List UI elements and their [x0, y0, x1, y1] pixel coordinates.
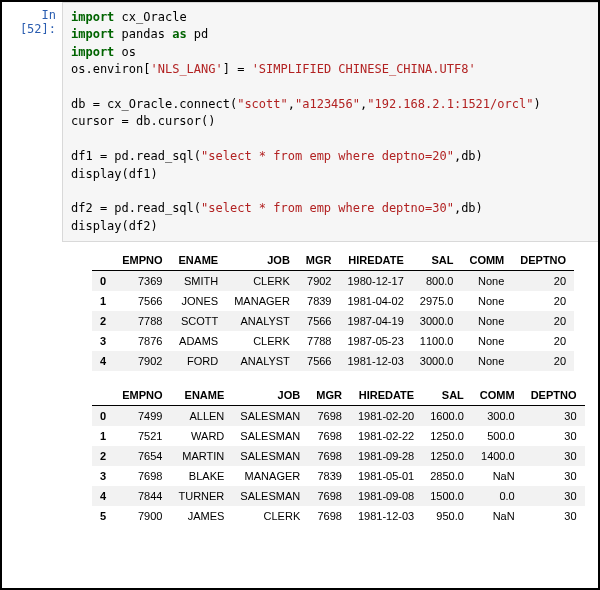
table-cell: 0.0: [472, 486, 523, 506]
cell-prompt: In [52]:: [2, 2, 62, 36]
table-cell: 3000.0: [412, 351, 462, 371]
code-token: df2 = pd.read_sql(: [71, 201, 201, 215]
table-cell: ALLEN: [170, 406, 232, 427]
row-index: 2: [92, 446, 114, 466]
table-cell: 1600.0: [422, 406, 472, 427]
table-cell: FORD: [170, 351, 226, 371]
code-token: cursor = db.cursor(): [71, 114, 216, 128]
table-cell: 1500.0: [422, 486, 472, 506]
table-cell: 7654: [114, 446, 170, 466]
code-token: display(df2): [71, 219, 158, 233]
table-cell: 1250.0: [422, 446, 472, 466]
table-cell: 2975.0: [412, 291, 462, 311]
table-cell: 30: [523, 466, 585, 486]
table-cell: 1400.0: [472, 446, 523, 466]
dataframe-table: EMPNOENAMEJOBMGRHIREDATESALCOMMDEPTNO073…: [92, 250, 574, 371]
table-cell: ANALYST: [226, 311, 298, 331]
column-header: HIREDATE: [350, 385, 422, 406]
table-cell: 7698: [114, 466, 170, 486]
dataframe-table: EMPNOENAMEJOBMGRHIREDATESALCOMMDEPTNO074…: [92, 385, 585, 526]
code-token: as: [172, 27, 186, 41]
table-cell: None: [461, 351, 512, 371]
table-cell: 7839: [298, 291, 340, 311]
table-cell: 800.0: [412, 271, 462, 292]
code-token: ] =: [223, 62, 252, 76]
code-token: 'SIMPLIFIED CHINESE_CHINA.UTF8': [252, 62, 476, 76]
table-cell: 1981-05-01: [350, 466, 422, 486]
table-cell: 300.0: [472, 406, 523, 427]
table-cell: ADAMS: [170, 331, 226, 351]
table-cell: SALESMAN: [232, 426, 308, 446]
table-cell: 1981-09-08: [350, 486, 422, 506]
code-input[interactable]: import cx_Oracle import pandas as pd imp…: [62, 2, 598, 242]
table-row: 07369SMITHCLERK79021980-12-17800.0None20: [92, 271, 574, 292]
code-token: os: [114, 45, 136, 59]
column-header: JOB: [232, 385, 308, 406]
table-cell: 1250.0: [422, 426, 472, 446]
table-cell: 2850.0: [422, 466, 472, 486]
table-cell: 7698: [308, 426, 350, 446]
table-cell: 7369: [114, 271, 170, 292]
table-cell: 1987-04-19: [340, 311, 412, 331]
table-row: 37698BLAKEMANAGER78391981-05-012850.0NaN…: [92, 466, 585, 486]
cell-output: EMPNOENAMEJOBMGRHIREDATESALCOMMDEPTNO073…: [62, 242, 598, 544]
column-header: ENAME: [170, 250, 226, 271]
table-cell: JAMES: [170, 506, 232, 526]
table-cell: 20: [512, 331, 574, 351]
table-cell: 7521: [114, 426, 170, 446]
column-header: COMM: [472, 385, 523, 406]
table-cell: None: [461, 291, 512, 311]
table-row: 17566JONESMANAGER78391981-04-022975.0Non…: [92, 291, 574, 311]
column-header: EMPNO: [114, 250, 170, 271]
table-cell: 3000.0: [412, 311, 462, 331]
table-cell: 1981-04-02: [340, 291, 412, 311]
table-cell: 7698: [308, 506, 350, 526]
table-cell: TURNER: [170, 486, 232, 506]
table-cell: 1981-12-03: [340, 351, 412, 371]
column-header: SAL: [412, 250, 462, 271]
table-cell: 20: [512, 291, 574, 311]
table-cell: CLERK: [226, 331, 298, 351]
table-cell: 7876: [114, 331, 170, 351]
table-cell: 20: [512, 271, 574, 292]
column-header: JOB: [226, 250, 298, 271]
column-header: COMM: [461, 250, 512, 271]
table-cell: 500.0: [472, 426, 523, 446]
table-row: 27788SCOTTANALYST75661987-04-193000.0Non…: [92, 311, 574, 331]
table-cell: ANALYST: [226, 351, 298, 371]
row-index: 2: [92, 311, 114, 331]
column-header: DEPTNO: [523, 385, 585, 406]
table-row: 47902FORDANALYST75661981-12-033000.0None…: [92, 351, 574, 371]
table-cell: 7566: [114, 291, 170, 311]
code-token: import: [71, 45, 114, 59]
row-index: 1: [92, 426, 114, 446]
table-cell: None: [461, 271, 512, 292]
code-token: display(df1): [71, 167, 158, 181]
table-cell: 7839: [308, 466, 350, 486]
table-cell: 30: [523, 406, 585, 427]
table-row: 47844TURNERSALESMAN76981981-09-081500.00…: [92, 486, 585, 506]
index-header: [92, 250, 114, 271]
index-header: [92, 385, 114, 406]
table-cell: SALESMAN: [232, 486, 308, 506]
table-cell: JONES: [170, 291, 226, 311]
table-row: 27654MARTINSALESMAN76981981-09-281250.01…: [92, 446, 585, 466]
table-cell: SCOTT: [170, 311, 226, 331]
table-row: 57900JAMESCLERK76981981-12-03950.0NaN30: [92, 506, 585, 526]
row-index: 3: [92, 466, 114, 486]
column-header: MGR: [308, 385, 350, 406]
table-cell: 1981-09-28: [350, 446, 422, 466]
code-token: ,: [288, 97, 295, 111]
table-cell: 950.0: [422, 506, 472, 526]
table-cell: 1981-12-03: [350, 506, 422, 526]
table-cell: 7499: [114, 406, 170, 427]
column-header: EMPNO: [114, 385, 170, 406]
code-token: df1 = pd.read_sql(: [71, 149, 201, 163]
row-index: 4: [92, 486, 114, 506]
code-token: "select * from emp where deptno=30": [201, 201, 454, 215]
code-token: ,db): [454, 201, 483, 215]
row-index: 0: [92, 406, 114, 427]
table-cell: MANAGER: [226, 291, 298, 311]
table-cell: 30: [523, 446, 585, 466]
table-cell: MANAGER: [232, 466, 308, 486]
